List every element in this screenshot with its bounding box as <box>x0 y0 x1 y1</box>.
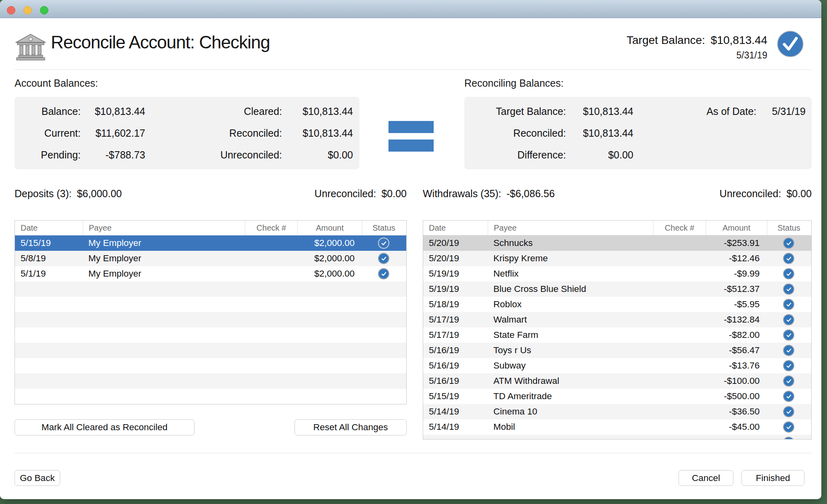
finished-button[interactable]: Finished <box>741 470 804 486</box>
empty-row[interactable] <box>15 312 406 327</box>
table-row[interactable]: 5/20/19Krispy Kreme-$12.46 <box>423 251 811 266</box>
cleared-label: Cleared: <box>145 106 282 117</box>
withdrawals-header: Withdrawals (35):-$6,086.56 Unreconciled… <box>423 188 812 200</box>
unreconciled-value: $0.00 <box>282 149 353 161</box>
reconcile-window: Reconcile Account: Checking Target Balan… <box>0 0 821 499</box>
status-check-icon[interactable] <box>783 375 794 387</box>
status-cell <box>767 360 810 371</box>
status-check-icon[interactable] <box>783 421 794 433</box>
table-row[interactable]: 5/20/19Schnucks-$253.91 <box>423 235 811 251</box>
column-header-date[interactable]: Date <box>423 221 488 235</box>
page-title: Reconcile Account: Checking <box>51 32 270 52</box>
status-check-icon[interactable] <box>783 314 794 325</box>
reconciled-value: $10,813.44 <box>566 127 633 139</box>
table-row[interactable]: 5/18/19Roblox-$5.95 <box>423 297 811 312</box>
amount-cell: -$253.91 <box>706 238 767 248</box>
date-cell: 5/15/19 <box>423 391 488 402</box>
column-header-payee[interactable]: Payee <box>488 221 653 235</box>
date-cell: 5/14/19 <box>423 422 488 432</box>
payee-cell: Roblox <box>488 299 653 310</box>
empty-row[interactable] <box>15 327 406 343</box>
table-row[interactable]: 5/16/19Subway-$13.76 <box>423 358 811 373</box>
status-cell <box>767 237 810 249</box>
minimize-button[interactable] <box>23 6 32 15</box>
date-cell: 5/15/19 <box>15 238 83 248</box>
status-check-icon[interactable] <box>783 391 794 402</box>
target-balance-value: $10,813.44 <box>566 106 633 117</box>
status-check-icon[interactable] <box>783 237 794 249</box>
column-header-amount[interactable]: Amount <box>706 221 767 235</box>
status-cell <box>767 253 810 264</box>
status-cell <box>362 253 405 264</box>
empty-row[interactable] <box>15 373 406 389</box>
column-header-check[interactable]: Check # <box>245 221 297 235</box>
status-check-icon[interactable] <box>783 283 794 295</box>
table-row[interactable]: 5/14/19Mobil-$45.00 <box>423 419 811 435</box>
withdrawals-total: -$6,086.56 <box>507 188 555 199</box>
table-row[interactable]: 5/17/19Walmart-$132.84 <box>423 312 811 327</box>
cancel-button[interactable]: Cancel <box>679 470 733 486</box>
empty-row[interactable] <box>15 281 406 297</box>
status-cell <box>767 437 810 439</box>
status-check-icon[interactable] <box>378 268 389 279</box>
status-check-icon[interactable] <box>378 253 389 264</box>
zoom-button[interactable] <box>40 6 48 15</box>
status-cell <box>767 421 810 433</box>
status-check-icon[interactable] <box>783 299 794 310</box>
status-check-icon[interactable] <box>783 329 794 341</box>
target-balance-value: $10,813.44 <box>711 34 767 46</box>
column-header-status[interactable]: Status <box>362 221 405 235</box>
status-check-icon[interactable] <box>378 237 389 249</box>
table-row[interactable]: 5/14/19Cinema 10-$36.50 <box>423 404 811 419</box>
mark-all-cleared-button[interactable]: Mark All Cleared as Reconciled <box>15 419 194 435</box>
date-cell: 5/19/19 <box>423 284 488 294</box>
amount-cell: -$5.95 <box>706 299 767 310</box>
status-cell <box>767 406 810 417</box>
empty-row[interactable] <box>15 343 406 358</box>
balance-value: $10,813.44 <box>81 106 145 117</box>
table-row[interactable]: 5/15/19TD Ameritrade-$500.00 <box>423 389 811 404</box>
column-header-date[interactable]: Date <box>15 221 83 235</box>
amount-cell: -$500.00 <box>706 391 767 402</box>
table-row[interactable]: 5/15/19My Employer$2,000.00 <box>15 235 406 251</box>
titlebar[interactable] <box>0 0 821 18</box>
date-cell: 5/19/19 <box>423 269 488 279</box>
table-row[interactable]: 5/19/19Netflix-$9.99 <box>423 266 811 281</box>
reconciled-label: Reconciled: <box>470 127 566 139</box>
empty-row[interactable] <box>15 358 406 373</box>
column-header-amount[interactable]: Amount <box>297 221 362 235</box>
table-row[interactable]: 5/19/19Blue Cross Blue Shield-$512.37 <box>423 281 811 297</box>
footer-divider <box>15 453 812 453</box>
payee-cell: Schnucks <box>488 238 653 248</box>
status-check-icon[interactable] <box>783 406 794 417</box>
payee-cell: Krispy Kreme <box>488 253 653 264</box>
equals-icon <box>388 121 434 158</box>
status-check-icon[interactable] <box>783 253 794 264</box>
empty-row[interactable] <box>15 389 406 404</box>
status-check-icon[interactable] <box>783 345 794 356</box>
column-header-check[interactable]: Check # <box>653 221 706 235</box>
table-row[interactable]: 5/16/19ATM Withdrawal-$100.00 <box>423 373 811 389</box>
table-row[interactable]: 5/16/19Toys r Us-$56.47 <box>423 343 811 358</box>
table-row[interactable]: 5/8/19My Employer$2,000.00 <box>15 251 406 266</box>
status-check-icon[interactable] <box>783 268 794 279</box>
status-check-icon[interactable] <box>783 360 794 371</box>
table-row[interactable]: 5/1/19My Employer$2,000.00 <box>15 266 406 281</box>
amount-cell: $2,000.00 <box>297 269 362 279</box>
payee-cell: Mobil <box>488 422 653 432</box>
table-row-clipped[interactable] <box>423 435 811 439</box>
reset-all-changes-button[interactable]: Reset All Changes <box>294 419 407 435</box>
table-row[interactable]: 5/17/19State Farm-$82.00 <box>423 327 811 343</box>
reconciled-value: $10,813.44 <box>282 127 353 139</box>
date-cell: 5/16/19 <box>423 376 488 386</box>
payee-cell: Netflix <box>488 269 653 279</box>
payee-cell: My Employer <box>83 253 245 264</box>
column-header-payee[interactable]: Payee <box>83 221 245 235</box>
withdrawals-title: Withdrawals (35): <box>423 188 501 199</box>
empty-row[interactable] <box>15 297 406 312</box>
status-check-icon[interactable] <box>783 437 794 439</box>
withdrawals-unreconciled-value: $0.00 <box>786 188 812 199</box>
go-back-button[interactable]: Go Back <box>15 470 60 486</box>
close-button[interactable] <box>7 6 15 15</box>
column-header-status[interactable]: Status <box>767 221 810 235</box>
